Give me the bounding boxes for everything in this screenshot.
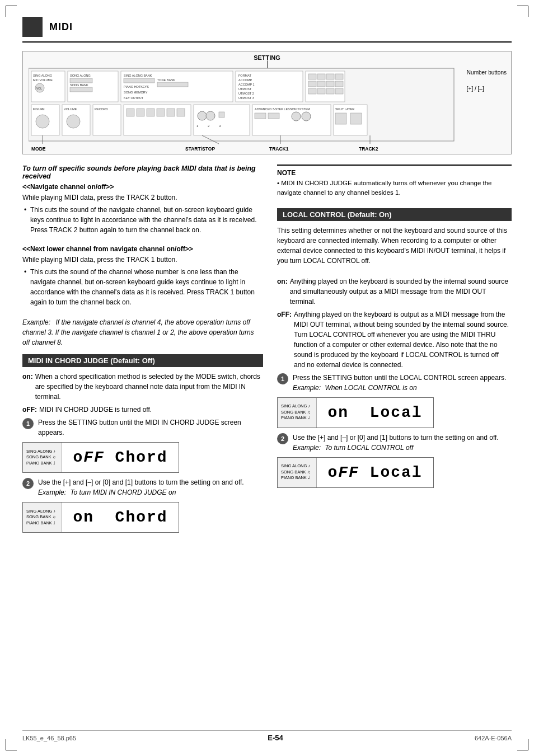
chord-screen1: SING ALONG ♪ SONG BANK ♫ PIANO BANK ♩ oF… bbox=[22, 442, 179, 473]
local-screen2: SING ALONG ♪ SONG BANK ♫ PIANO BANK ♩ oF… bbox=[277, 457, 434, 488]
svg-rect-64 bbox=[268, 113, 279, 119]
local-screen1-label1: SING ALONG ♪ bbox=[281, 403, 313, 410]
chord-step2-example-italic: Example: bbox=[38, 489, 66, 496]
chord-screen2-content: on Chord bbox=[62, 509, 179, 526]
svg-rect-51 bbox=[157, 109, 165, 116]
svg-text:TRACK2: TRACK2 bbox=[359, 146, 378, 152]
chord-on-text: When a chord specification method is sel… bbox=[35, 372, 263, 402]
local-screen1: SING ALONG ♪ SONG BANK ♫ PIANO BANK ♩ on… bbox=[277, 397, 434, 428]
sub1-bullet1: This cuts the sound of the navigate chan… bbox=[22, 205, 263, 235]
svg-text:TRACK1: TRACK1 bbox=[269, 146, 289, 152]
svg-point-56 bbox=[206, 111, 215, 120]
svg-rect-50 bbox=[147, 109, 154, 116]
local-screen2-content: oFF Local bbox=[317, 464, 433, 481]
svg-text:ADVANCED 3-STEP LESSON SYSTEM: ADVANCED 3-STEP LESSON SYSTEM bbox=[255, 107, 310, 111]
sub2-heading: <<Next lower channel from navigate chann… bbox=[22, 245, 263, 253]
svg-rect-27 bbox=[308, 74, 316, 79]
svg-rect-36 bbox=[317, 88, 325, 94]
svg-text:UTMOST: UTMOST bbox=[238, 87, 252, 91]
svg-rect-48 bbox=[127, 109, 134, 116]
svg-text:FORMAT: FORMAT bbox=[238, 74, 251, 77]
local-screen1-content: on Local bbox=[317, 404, 433, 421]
chord-screen2-label1: SING ALONG ♪ bbox=[26, 509, 58, 515]
note-title: NOTE bbox=[277, 169, 512, 177]
chord-screen1-label3: PIANO BANK ♩ bbox=[26, 461, 58, 467]
corner-mark-tl bbox=[6, 6, 17, 17]
local-screen1-labels: SING ALONG ♪ SONG BANK ♫ PIANO BANK ♩ bbox=[278, 398, 317, 428]
local-step1-example-text: When LOCAL CONTROL is on bbox=[322, 384, 416, 392]
local-step1-circle: 1 bbox=[277, 373, 288, 384]
local-on-text: Anything played on the keyboard is sound… bbox=[290, 276, 512, 307]
left-column: To turn off specific sounds before playi… bbox=[22, 165, 263, 537]
chord-step1-row: 1 Press the SETTING button until the MID… bbox=[22, 417, 263, 438]
chord-screen2: SING ALONG ♪ SONG BANK ♫ PIANO BANK ♩ on… bbox=[22, 502, 179, 533]
page-header: MIDI bbox=[22, 17, 512, 43]
local-step2-row: 2 Use the [+] and [–] or [0] and [1] but… bbox=[277, 433, 512, 453]
chord-screen1-content: oFF Chord bbox=[62, 449, 179, 466]
local-step2-circle: 2 bbox=[277, 433, 288, 444]
chord-screen2-label2: SONG BANK ♫ bbox=[26, 514, 58, 520]
chord-step2-text: Use the [+] and [–] or [0] and [1] butto… bbox=[38, 477, 263, 497]
svg-text:PIANO HOTKEYS: PIANO HOTKEYS bbox=[124, 85, 149, 88]
svg-rect-35 bbox=[308, 88, 316, 94]
chord-step2-row: 2 Use the [+] and [–] or [0] and [1] but… bbox=[22, 477, 263, 497]
local-section-bar: LOCAL CONTROL (Default: On) bbox=[277, 208, 512, 221]
svg-rect-31 bbox=[308, 81, 316, 87]
svg-rect-37 bbox=[326, 88, 334, 94]
page-title: MIDI bbox=[49, 21, 73, 33]
svg-text:SING ALONG BANK: SING ALONG BANK bbox=[124, 74, 152, 77]
svg-rect-57 bbox=[219, 112, 224, 118]
svg-text:START/STOP: START/STOP bbox=[185, 146, 215, 152]
example-text: Example: If the navigate channel is chan… bbox=[22, 317, 263, 348]
numbuttons-label: Number buttons bbox=[467, 69, 507, 76]
sub1-text1: While playing MIDI data, press the TRACK… bbox=[22, 192, 263, 203]
svg-rect-53 bbox=[177, 109, 185, 116]
svg-text:MIC VOLUME: MIC VOLUME bbox=[33, 78, 53, 82]
main-content: To turn off specific sounds before playi… bbox=[22, 165, 512, 537]
svg-rect-69 bbox=[335, 113, 346, 124]
svg-text:KEY OUTPUT: KEY OUTPUT bbox=[124, 96, 144, 100]
diagram-right-labels: Number buttons [+] / [–] bbox=[467, 69, 507, 92]
corner-mark-br bbox=[517, 739, 528, 750]
local-screen1-text: on Local bbox=[327, 404, 422, 421]
svg-text:VOLUME: VOLUME bbox=[64, 107, 77, 111]
svg-text:ACCOMP 1: ACCOMP 1 bbox=[238, 83, 255, 86]
local-step1-row: 1 Press the SETTING button until the LOC… bbox=[277, 373, 512, 393]
sub2-bullet1: This cuts the sound of the channel whose… bbox=[22, 267, 263, 307]
svg-text:MODE: MODE bbox=[31, 146, 46, 152]
svg-point-55 bbox=[198, 111, 207, 120]
chord-off-text: MIDI IN CHORD JUDGE is turned off. bbox=[39, 405, 152, 415]
footer-doc-code: 642A-E-056A bbox=[475, 735, 512, 741]
local-step2-example-text: To turn LOCAL CONTROL off bbox=[322, 444, 413, 452]
svg-text:SONG BANK: SONG BANK bbox=[70, 83, 88, 87]
plusminus-label: [+] / [–] bbox=[467, 86, 507, 92]
page-footer: LK55_e_46_58.p65 E-54 642A-E-056A bbox=[22, 730, 512, 742]
svg-rect-10 bbox=[70, 87, 92, 92]
svg-text:FIGURE: FIGURE bbox=[33, 107, 45, 111]
svg-rect-70 bbox=[350, 113, 362, 124]
chord-off-row: oFF: MIDI IN CHORD JUDGE is turned off. bbox=[22, 405, 263, 415]
note-text: • MIDI IN CHORD JUDGE automatically turn… bbox=[277, 179, 512, 198]
svg-rect-52 bbox=[167, 109, 175, 116]
svg-rect-30 bbox=[335, 74, 343, 79]
chord-step1-circle: 1 bbox=[22, 418, 34, 429]
svg-text:RECORD: RECORD bbox=[95, 107, 108, 111]
local-on-label: on: bbox=[277, 276, 288, 307]
keyboard-diagram: SETTING SING ALONG MIC VOLUME VOL SONG A… bbox=[22, 51, 512, 154]
svg-rect-13 bbox=[124, 78, 154, 83]
chord-screen1-label1: SING ALONG ♪ bbox=[26, 449, 58, 455]
keyboard-svg: SING ALONG MIC VOLUME VOL SONG ALONG SON… bbox=[29, 63, 510, 152]
local-step2-text: Use the [+] and [–] or [0] and [1] butto… bbox=[293, 433, 512, 453]
local-screen1-label2: SONG BANK ♫ bbox=[281, 410, 313, 416]
chord-off-label: oFF: bbox=[22, 405, 37, 415]
chord-screen2-labels: SING ALONG ♪ SONG BANK ♫ PIANO BANK ♩ bbox=[23, 503, 62, 532]
svg-text:TONE BANK: TONE BANK bbox=[157, 78, 175, 82]
svg-text:VOL: VOL bbox=[36, 87, 42, 90]
footer-page-number: E-54 bbox=[268, 734, 283, 742]
local-step1-example-italic: Example: bbox=[293, 384, 321, 392]
chord-screen1-text: oFF Chord bbox=[73, 449, 167, 466]
chord-screen1-labels: SING ALONG ♪ SONG BANK ♫ PIANO BANK ♩ bbox=[23, 443, 62, 472]
svg-point-66 bbox=[302, 112, 311, 121]
svg-rect-49 bbox=[137, 109, 144, 116]
local-intro: This setting determines whether or not t… bbox=[277, 226, 512, 266]
